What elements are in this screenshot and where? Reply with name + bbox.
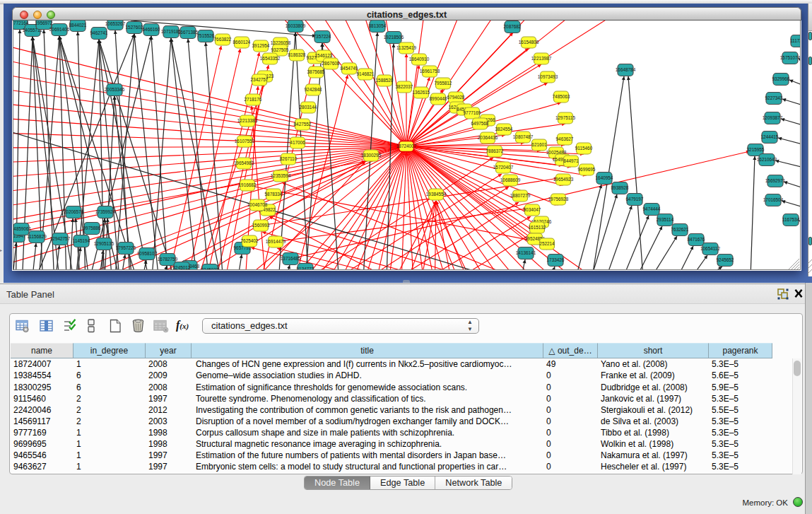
svg-text:1588520: 1588520 [376, 78, 394, 83]
svg-text:2867608: 2867608 [322, 61, 340, 66]
svg-text:6466160: 6466160 [143, 27, 160, 32]
svg-text:18807279: 18807279 [510, 193, 531, 198]
svg-text:10688609: 10688609 [500, 177, 521, 182]
svg-text:1244415: 1244415 [761, 134, 779, 139]
svg-text:7663822: 7663822 [214, 37, 232, 42]
svg-text:19756928: 19756928 [548, 197, 569, 201]
svg-text:9699695: 9699695 [578, 167, 596, 172]
svg-text:2342757: 2342757 [251, 77, 269, 82]
svg-text:17016504: 17016504 [763, 197, 784, 202]
svg-text:16107553: 16107553 [235, 139, 255, 144]
svg-text:9134773: 9134773 [297, 267, 314, 269]
svg-text:1733426: 1733426 [547, 257, 565, 262]
svg-text:16210643: 16210643 [757, 157, 777, 162]
svg-text:11156829: 11156829 [27, 234, 47, 239]
svg-text:12213383: 12213383 [237, 118, 258, 123]
svg-text:15720407: 15720407 [493, 165, 514, 170]
svg-text:3912954: 3912954 [252, 43, 270, 48]
svg-text:17359924: 17359924 [95, 209, 116, 214]
svg-text:9474444: 9474444 [643, 206, 661, 211]
svg-text:19654983: 19654983 [234, 160, 254, 165]
svg-text:8938928: 8938928 [611, 185, 629, 190]
svg-text:12905135: 12905135 [94, 241, 114, 246]
svg-text:16648784: 16648784 [616, 67, 636, 72]
svg-text:621601: 621601 [531, 142, 547, 147]
svg-text:6794028: 6794028 [447, 95, 465, 100]
svg-text:2803144: 2803144 [300, 105, 317, 110]
svg-text:10046708: 10046708 [247, 202, 268, 207]
svg-text:2087682: 2087682 [504, 24, 522, 29]
svg-text:9146821: 9146821 [357, 71, 375, 76]
svg-text:20691406: 20691406 [49, 27, 70, 32]
svg-text:1956972: 1956972 [35, 21, 53, 25]
svg-text:17957225: 17957225 [116, 245, 136, 250]
svg-text:8471676: 8471676 [688, 237, 705, 242]
svg-text:1640954: 1640954 [596, 175, 613, 180]
svg-text:12353594: 12353594 [271, 173, 291, 178]
svg-text:8660124: 8660124 [233, 40, 251, 45]
svg-text:19654923: 19654923 [553, 177, 574, 182]
svg-text:9245652: 9245652 [717, 257, 734, 262]
svg-text:13716485: 13716485 [281, 256, 301, 261]
svg-text:10973493: 10973493 [538, 74, 558, 79]
svg-text:7886372: 7886372 [486, 148, 504, 153]
svg-text:19218506: 19218506 [384, 35, 404, 40]
svg-text:16914479: 16914479 [266, 239, 286, 244]
svg-text:1527602: 1527602 [126, 25, 143, 30]
svg-text:9327505: 9327505 [271, 47, 289, 52]
svg-text:9329966: 9329966 [772, 76, 790, 81]
svg-text:8267110: 8267110 [280, 156, 298, 161]
svg-text:18724007: 18724007 [396, 144, 417, 148]
svg-text:3822037: 3822037 [396, 84, 413, 89]
svg-text:6497568: 6497568 [471, 121, 489, 126]
svg-text:9034047: 9034047 [524, 207, 541, 212]
svg-text:11325419: 11325419 [396, 45, 416, 50]
svg-text:7625402: 7625402 [241, 238, 259, 243]
svg-text:1615132: 1615132 [529, 225, 546, 230]
svg-text:9463627: 9463627 [556, 136, 574, 141]
svg-text:10654112: 10654112 [700, 246, 720, 251]
svg-text:18300295: 18300295 [361, 153, 382, 158]
svg-text:16782759: 16782759 [158, 257, 178, 262]
svg-text:9242848: 9242848 [305, 87, 322, 92]
svg-text:3824554: 3824554 [495, 127, 513, 132]
svg-text:20364436: 20364436 [478, 135, 498, 140]
svg-text:7515526: 7515526 [197, 33, 215, 38]
svg-text:9245032: 9245032 [201, 267, 219, 269]
svg-text:1560993: 1560993 [252, 223, 270, 228]
svg-text:417006: 417006 [290, 140, 305, 145]
svg-text:3875685: 3875685 [307, 69, 325, 74]
svg-text:16154808: 16154808 [519, 40, 539, 45]
svg-text:9115460: 9115460 [575, 146, 593, 151]
svg-text:9227343: 9227343 [765, 95, 783, 100]
svg-text:9462741: 9462741 [90, 30, 108, 35]
svg-text:19384554: 19384554 [426, 192, 447, 197]
svg-text:2935114: 2935114 [657, 217, 674, 222]
svg-text:20206576: 20206576 [64, 209, 84, 214]
svg-text:18640910: 18640910 [409, 57, 430, 62]
svg-text:16033809: 16033809 [286, 23, 306, 28]
svg-text:15751074: 15751074 [780, 55, 801, 60]
svg-text:1167534: 1167534 [782, 217, 800, 222]
svg-text:16543352: 16543352 [260, 56, 281, 61]
svg-text:252214: 252214 [539, 241, 555, 246]
svg-text:7632621: 7632621 [671, 227, 689, 232]
svg-text:14859061: 14859061 [13, 226, 32, 231]
svg-text:12213987: 12213987 [531, 56, 552, 61]
svg-text:6479197: 6479197 [626, 197, 644, 201]
svg-text:20053346: 20053346 [105, 87, 125, 92]
svg-text:1362615: 1362615 [413, 90, 430, 95]
svg-text:9777169: 9777169 [464, 110, 481, 115]
svg-text:16961758: 16961758 [420, 69, 440, 74]
svg-text:3215955: 3215955 [747, 147, 765, 152]
svg-text:10653267: 10653267 [105, 21, 126, 26]
svg-text:12093877: 12093877 [763, 115, 783, 120]
svg-text:16671385: 16671385 [178, 30, 199, 35]
svg-text:1117216: 1117216 [790, 38, 801, 43]
svg-text:10807487: 10807487 [513, 134, 534, 139]
svg-text:15692971: 15692971 [765, 178, 786, 183]
svg-text:7485063: 7485063 [553, 94, 570, 99]
svg-text:7955812: 7955812 [435, 81, 452, 86]
svg-text:8813054: 8813054 [369, 23, 387, 28]
svg-text:8844021: 8844021 [69, 23, 87, 28]
